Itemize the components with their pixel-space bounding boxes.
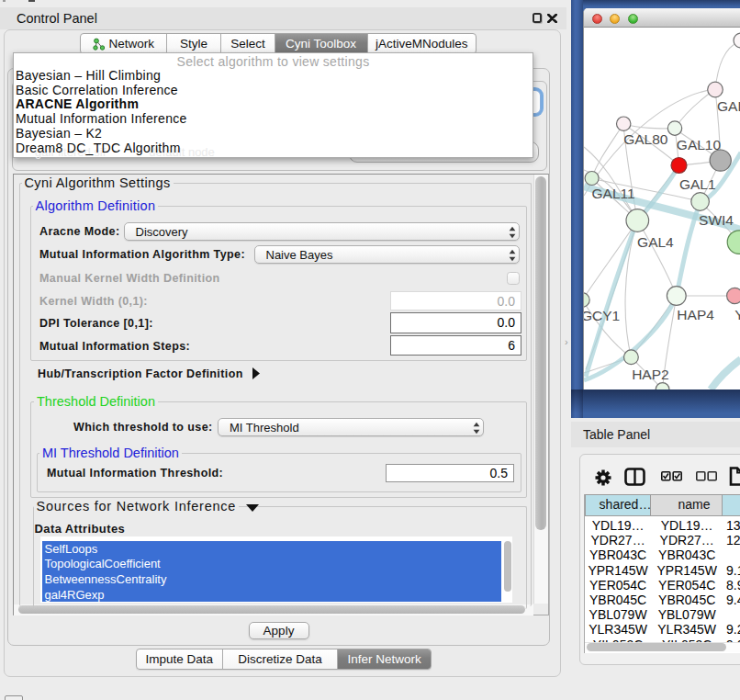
svg-text:Y: Y <box>734 307 740 322</box>
svg-text:HAP2: HAP2 <box>632 367 669 382</box>
svg-text:GAL10: GAL10 <box>677 137 722 152</box>
svg-text:GAL11: GAL11 <box>592 186 635 201</box>
svg-text:HAP4: HAP4 <box>677 307 714 322</box>
svg-text:GAL1: GAL1 <box>679 176 716 192</box>
svg-text:GAL80: GAL80 <box>623 131 668 147</box>
svg-text:GAL: GAL <box>717 98 740 114</box>
svg-text:GAL4: GAL4 <box>637 234 674 250</box>
svg-text:GCY1: GCY1 <box>584 308 620 323</box>
svg-text:SWI4: SWI4 <box>699 212 734 228</box>
